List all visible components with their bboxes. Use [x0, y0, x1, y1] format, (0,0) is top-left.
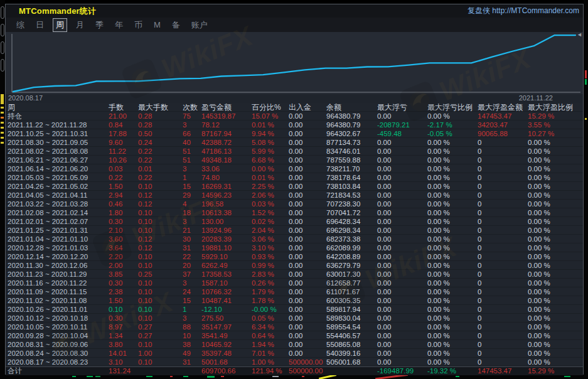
- table-row[interactable]: 2021.05.03 ~ 2021.05.090.220.22174.800.0…: [6, 173, 583, 182]
- table-row[interactable]: 2021.04.26 ~ 2021.05.021.500.101516269.3…: [6, 182, 583, 191]
- cell: 10.27 %: [526, 129, 582, 138]
- table-row[interactable]: 2020.12.14 ~ 2020.12.202.200.10225929.10…: [6, 252, 583, 261]
- cell: 0.10: [136, 358, 181, 366]
- table-row[interactable]: 2021.10.25 ~ 2021.10.3117.880.506687167.…: [6, 129, 583, 138]
- equity-curve-chart[interactable]: ◄: [6, 32, 583, 94]
- table-row[interactable]: 2020.09.28 ~ 2020.10.041.340.27103541.49…: [6, 331, 583, 340]
- table-row[interactable]: 持仓21.000.2875145319.8715.07 %0.00964380.…: [6, 112, 583, 120]
- cell: 0.00 %: [425, 156, 476, 164]
- cell: 2021.10.25 ~ 2021.10.31: [6, 129, 107, 138]
- cell: 持仓: [6, 112, 107, 120]
- cell: 0.00: [287, 147, 324, 156]
- cell: 1587.10: [200, 279, 250, 287]
- cell: 0.00: [375, 349, 425, 358]
- cell: 0.00 %: [526, 287, 582, 296]
- menu-item-季[interactable]: 季: [90, 19, 109, 31]
- cell: 0.00 %: [425, 112, 476, 120]
- table-row[interactable]: 2021.08.30 ~ 2021.09.059.600.244042388.7…: [6, 138, 583, 147]
- table-row[interactable]: 2021.01.25 ~ 2021.01.312.100.102113924.9…: [6, 226, 583, 235]
- table-row[interactable]: 2020.11.30 ~ 2020.12.062.000.10206262.49…: [6, 261, 583, 270]
- title-bar[interactable]: MTCommander统计 复盘侠 http://MTCommander.com: [6, 4, 583, 18]
- weekly-stats-table: 周手数最大手数次数盈亏金额百分比%出入金余额最大浮亏最大浮亏比例最大浮盈金额最大…: [6, 103, 583, 375]
- table-row[interactable]: 2020.10.12 ~ 2020.10.180.300.103275.500.…: [6, 314, 583, 323]
- cell: 196.58: [200, 200, 250, 208]
- cell: 20: [181, 261, 200, 270]
- cell: 0.00 %: [425, 323, 476, 331]
- cell: 0.00 %: [526, 191, 582, 200]
- cell: 0.00 %: [526, 331, 582, 340]
- cell: 0: [476, 296, 526, 305]
- cell: 0.00 %: [526, 349, 582, 358]
- menu-item-币[interactable]: 币: [129, 19, 148, 31]
- cell: 1.50: [107, 182, 136, 191]
- background-chart-fragment: [302, 376, 304, 377]
- cell: 0.00 %: [526, 235, 582, 243]
- cell: 0.10: [136, 287, 181, 296]
- table-row[interactable]: 2020.11.02 ~ 2020.11.081.500.101510487.4…: [6, 296, 583, 305]
- table-row[interactable]: 2020.10.26 ~ 2020.11.010.100.101-12.10-0…: [6, 305, 583, 314]
- menu-item-月[interactable]: 月: [70, 19, 90, 31]
- cell: 0.00 %: [526, 358, 582, 366]
- table-row[interactable]: 2020.08.17 ~ 2020.08.233.100.10315001.68…: [6, 358, 583, 366]
- cell: 0.00: [375, 138, 425, 147]
- cell: 0.00 %: [526, 314, 582, 323]
- total-row[interactable]: 合计131.24609700.66121.94 %500000.00-16948…: [6, 366, 583, 375]
- cell: 0.00 %: [425, 349, 476, 358]
- table-row[interactable]: 2020.10.05 ~ 2020.10.118.970.278835147.9…: [6, 323, 583, 331]
- cell: 0.25: [136, 270, 181, 279]
- cell: 612658.77: [324, 279, 375, 287]
- cell: 3.10 %: [250, 243, 287, 252]
- cell: 0.10: [136, 296, 181, 305]
- table-row[interactable]: 2021.01.04 ~ 2021.01.103.600.123020283.3…: [6, 235, 583, 243]
- table-row[interactable]: 2020.12.28 ~ 2021.01.033.640.123119881.1…: [6, 243, 583, 252]
- table-row[interactable]: 2020.11.16 ~ 2020.11.220.300.1031587.100…: [6, 279, 583, 287]
- table-row[interactable]: 2020.11.09 ~ 2020.11.152.380.102410766.3…: [6, 287, 583, 296]
- table-row[interactable]: 2020.08.24 ~ 2020.08.3014.011.004935397.…: [6, 349, 583, 358]
- cell: -2.17 %: [425, 120, 476, 129]
- table-row[interactable]: 2021.03.22 ~ 2021.03.280.460.124196.580.…: [6, 200, 583, 208]
- cell: 145319.87: [200, 112, 250, 120]
- cell: 505001.68: [324, 358, 375, 366]
- menu-item-日[interactable]: 日: [30, 19, 50, 31]
- table-row[interactable]: 2021.06.14 ~ 2021.06.200.030.01333.060.0…: [6, 164, 583, 173]
- cell: 0.00: [287, 287, 324, 296]
- background-chart-fragment: [207, 376, 215, 378]
- cell: 0.24: [136, 138, 181, 147]
- cell: 0.12: [136, 200, 181, 208]
- menu-item-周[interactable]: 周: [53, 18, 67, 32]
- table-row[interactable]: 2021.11.22 ~ 2021.11.280.840.28378.120.0…: [6, 120, 583, 129]
- cell: 964302.67: [324, 129, 375, 138]
- table-row[interactable]: 2020.08.31 ~ 2020.09.063.800.103810465.9…: [6, 340, 583, 349]
- cell: 0.00: [375, 279, 425, 287]
- scroll-left-arrow-icon[interactable]: ◄: [577, 32, 582, 38]
- cell: 738211.70: [324, 164, 375, 173]
- cell: 0.00: [287, 191, 324, 200]
- menu-item-年[interactable]: 年: [109, 19, 129, 31]
- table-row[interactable]: 2021.06.21 ~ 2021.06.2710.260.225149348.…: [6, 156, 583, 164]
- cell: 0.22: [136, 173, 181, 182]
- cell: 2021.05.03 ~ 2021.05.09: [6, 173, 107, 182]
- menu-item-账户[interactable]: 账户: [186, 19, 213, 31]
- cell: 2.10: [107, 226, 136, 235]
- cell: 0.22: [136, 147, 181, 156]
- table-header-row: 周手数最大手数次数盈亏金额百分比%出入金余额最大浮亏最大浮亏比例最大浮盈金额最大…: [6, 103, 583, 112]
- cell: 0.00: [287, 349, 324, 358]
- cell: 0.27: [136, 331, 181, 340]
- table-row[interactable]: 2021.02.01 ~ 2021.02.070.300.103130.000.…: [6, 217, 583, 226]
- menu-item-M[interactable]: M: [148, 19, 166, 30]
- cell: 121.94 %: [250, 367, 287, 375]
- table-row[interactable]: 2021.04.05 ~ 2021.04.112.940.122914596.2…: [6, 191, 583, 200]
- table-row[interactable]: 2021.02.08 ~ 2021.02.141.800.101810613.3…: [6, 208, 583, 217]
- table-row[interactable]: 2021.08.02 ~ 2021.08.0811.220.225147186.…: [6, 147, 583, 156]
- cell: 0.00: [375, 243, 425, 252]
- cell: 2021.11.22 ~ 2021.11.28: [6, 120, 107, 129]
- cell: 0.00 %: [526, 217, 582, 226]
- menu-item-综[interactable]: 综: [11, 19, 30, 31]
- menu-item-备[interactable]: 备: [166, 19, 186, 31]
- cell: 540399.16: [324, 349, 375, 358]
- cell: 0: [476, 261, 526, 270]
- cell: 642208.89: [324, 252, 375, 261]
- table-row[interactable]: 2020.11.23 ~ 2020.11.293.850.253717358.5…: [6, 270, 583, 279]
- cell: 0: [476, 173, 526, 182]
- brand-link[interactable]: 复盘侠 http://MTCommander.com: [468, 6, 579, 16]
